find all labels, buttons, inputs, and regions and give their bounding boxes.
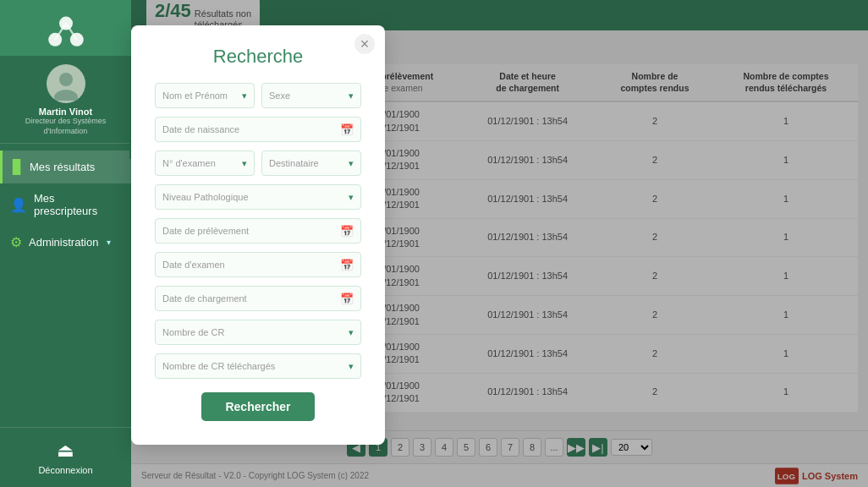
sexe-dropdown-icon: ▾ <box>349 90 354 101</box>
nombre-cr-telecharges-dropdown-icon: ▾ <box>349 361 354 372</box>
form-row-9: Nombre de CR téléchargés ▾ <box>155 353 361 379</box>
niveau-pathologique-field[interactable]: Niveau Pathologique ▾ <box>155 184 361 210</box>
nombre-cr-label: Nombre de CR <box>162 327 224 337</box>
form-row-2: Date de naissance 📅 <box>155 117 361 142</box>
logout-icon: ⏏ <box>57 440 74 462</box>
svg-point-5 <box>59 73 73 86</box>
nombre-cr-telecharges-label: Nombre de CR téléchargés <box>162 361 275 371</box>
sidebar-item-mes-prescripteurs[interactable]: 👤 Mes prescripteurs <box>0 183 131 226</box>
sidebar-item-label: Administration <box>29 236 98 249</box>
settings-icon: ⚙ <box>10 234 22 250</box>
niveau-pathologique-dropdown-icon: ▾ <box>349 192 354 203</box>
search-button[interactable]: Rechercher <box>201 392 314 421</box>
date-examen-label: Date d'examen <box>162 260 225 270</box>
svg-point-6 <box>54 90 78 101</box>
user-profile: Martin Vinot Directeur des Systèmes d'In… <box>0 56 131 144</box>
destinataire-dropdown-icon: ▾ <box>349 158 354 169</box>
calendar-icon-4: 📅 <box>340 293 354 305</box>
sidebar: Martin Vinot Directeur des Systèmes d'In… <box>0 0 131 487</box>
sexe-label: Sexe <box>269 90 290 101</box>
num-examen-dropdown-icon: ▾ <box>242 158 247 169</box>
sexe-field[interactable]: Sexe ▾ <box>261 83 361 108</box>
user-name: Martin Vinot <box>39 107 92 117</box>
modal-title: Recherche <box>155 46 361 68</box>
nombre-cr-telecharges-field[interactable]: Nombre de CR téléchargés ▾ <box>155 353 361 379</box>
calendar-icon: 📅 <box>340 123 354 136</box>
svg-point-2 <box>69 33 83 47</box>
avatar <box>47 64 85 103</box>
sidebar-nav: ▊ Mes résultats 👤 Mes prescripteurs ⚙ Ad… <box>0 144 131 427</box>
form-row-4: Niveau Pathologique ▾ <box>155 184 361 210</box>
form-row-7: Date de chargement 📅 <box>155 286 361 311</box>
svg-point-1 <box>48 33 62 47</box>
logout-label: Déconnexion <box>38 465 92 475</box>
bar-chart-icon: ▊ <box>13 159 23 175</box>
sidebar-item-label: Mes prescripteurs <box>34 192 121 217</box>
nom-prenom-label: Nom et Prénom <box>162 90 228 101</box>
sidebar-item-administration[interactable]: ⚙ Administration ▾ <box>0 226 131 259</box>
form-row-8: Nombre de CR ▾ <box>155 320 361 345</box>
form-row-1: Nom et Prénom ▾ Sexe ▾ <box>155 83 361 108</box>
calendar-icon-3: 📅 <box>340 259 354 271</box>
date-examen-field[interactable]: Date d'examen 📅 <box>155 252 361 277</box>
nom-prenom-field[interactable]: Nom et Prénom ▾ <box>155 83 255 108</box>
form-row-5: Date de prélèvement 📅 <box>155 218 361 244</box>
date-chargement-label: Date de chargement <box>162 293 247 304</box>
date-naissance-field[interactable]: Date de naissance 📅 <box>155 117 361 142</box>
form-row-6: Date d'examen 📅 <box>155 252 361 277</box>
num-examen-field[interactable]: N° d'examen ▾ <box>155 150 255 176</box>
sidebar-item-label: Mes résultats <box>30 161 95 173</box>
svg-point-0 <box>59 17 73 30</box>
niveau-pathologique-label: Niveau Pathologique <box>162 192 249 202</box>
num-examen-label: N° d'examen <box>162 158 216 168</box>
chevron-down-icon: ▾ <box>107 238 111 247</box>
destinataire-label: Destinataire <box>269 158 319 168</box>
user-subtitle: Directeur des Systèmes d'Information <box>25 117 107 136</box>
nombre-cr-field[interactable]: Nombre de CR ▾ <box>155 320 361 345</box>
date-chargement-field[interactable]: Date de chargement 📅 <box>155 286 361 311</box>
main-content: 2/45 Résultats non téléchargés 08/01/202… <box>131 0 868 487</box>
date-naissance-label: Date de naissance <box>162 124 239 134</box>
nom-prenom-dropdown-icon: ▾ <box>242 90 247 101</box>
app-logo-icon <box>46 8 86 49</box>
sidebar-logo-area <box>0 0 131 56</box>
modal-close-button[interactable]: × <box>354 34 375 54</box>
form-row-3: N° d'examen ▾ Destinataire ▾ <box>155 150 361 176</box>
date-prelevement-field[interactable]: Date de prélèvement 📅 <box>155 218 361 244</box>
nombre-cr-dropdown-icon: ▾ <box>349 327 354 338</box>
calendar-icon-2: 📅 <box>340 225 354 238</box>
destinataire-field[interactable]: Destinataire ▾ <box>261 150 361 176</box>
date-prelevement-label: Date de prélèvement <box>162 226 249 236</box>
people-icon: 👤 <box>10 197 27 213</box>
search-modal-overlay: × Recherche Nom et Prénom ▾ Sexe ▾ Date … <box>131 0 868 487</box>
sidebar-item-mes-resultats[interactable]: ▊ Mes résultats <box>0 150 131 183</box>
search-modal: × Recherche Nom et Prénom ▾ Sexe ▾ Date … <box>131 25 385 445</box>
logout-button[interactable]: ⏏ Déconnexion <box>0 427 131 487</box>
